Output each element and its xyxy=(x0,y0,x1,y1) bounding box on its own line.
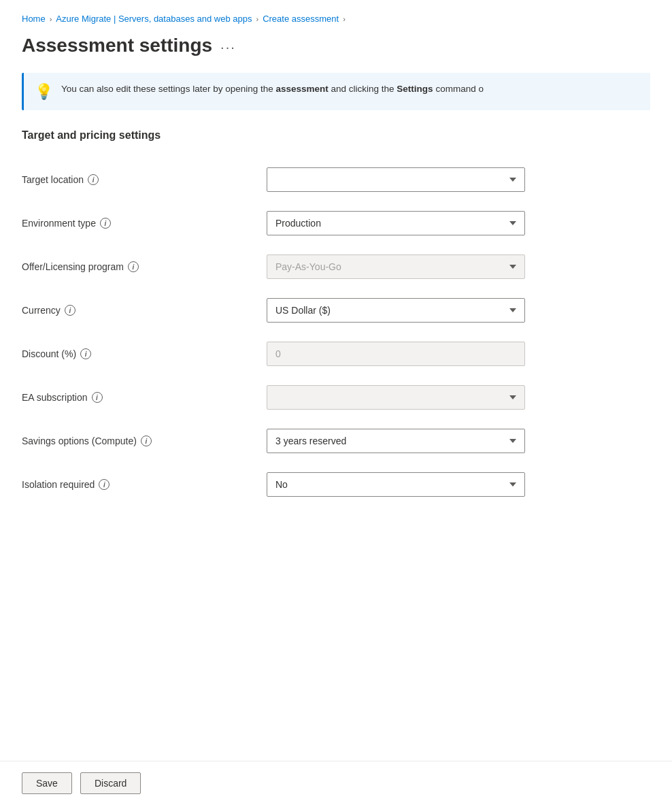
label-target-location: Target location i xyxy=(22,167,267,185)
info-icon-savings-options[interactable]: i xyxy=(141,436,152,446)
footer: Save Discard xyxy=(0,761,672,805)
dropdown-isolation-required[interactable]: No xyxy=(267,472,525,497)
dropdown-savings-options[interactable]: 3 years reserved xyxy=(267,429,525,453)
dropdown-currency-value: US Dollar ($) xyxy=(275,305,331,316)
info-icon-discount[interactable]: i xyxy=(80,348,91,359)
dropdown-environment-type[interactable]: Production xyxy=(267,211,525,235)
breadcrumb-sep-1: › xyxy=(50,15,52,23)
control-target-location xyxy=(267,167,525,192)
info-icon-isolation-required[interactable]: i xyxy=(99,479,110,490)
form-row-offer-licensing: Offer/Licensing program i Pay-As-You-Go xyxy=(22,245,650,289)
page-title: Assessment settings xyxy=(22,35,212,56)
page-title-row: Assessment settings ··· xyxy=(22,35,650,56)
chevron-down-icon xyxy=(509,265,516,269)
input-discount[interactable] xyxy=(267,342,525,366)
control-currency: US Dollar ($) xyxy=(267,298,525,323)
control-isolation-required: No xyxy=(267,472,525,497)
label-ea-subscription: EA subscription i xyxy=(22,385,267,403)
form-row-currency: Currency i US Dollar ($) xyxy=(22,289,650,332)
label-offer-licensing: Offer/Licensing program i xyxy=(22,254,267,272)
chevron-down-icon xyxy=(509,308,516,312)
label-savings-options: Savings options (Compute) i xyxy=(22,429,267,446)
control-environment-type: Production xyxy=(267,211,525,235)
more-options-button[interactable]: ··· xyxy=(220,39,236,55)
label-isolation-required: Isolation required i xyxy=(22,472,267,490)
discard-button[interactable]: Discard xyxy=(80,772,141,794)
page-wrapper: Home › Azure Migrate | Servers, database… xyxy=(0,0,672,805)
info-banner-text: You can also edit these settings later b… xyxy=(61,82,484,96)
dropdown-savings-options-value: 3 years reserved xyxy=(275,436,346,446)
chevron-down-icon xyxy=(509,482,516,487)
chevron-down-icon xyxy=(509,395,516,399)
control-ea-subscription xyxy=(267,385,525,410)
section-title: Target and pricing settings xyxy=(22,129,650,142)
form-row-savings-options: Savings options (Compute) i 3 years rese… xyxy=(22,419,650,463)
dropdown-offer-licensing: Pay-As-You-Go xyxy=(267,254,525,279)
label-environment-type: Environment type i xyxy=(22,211,267,229)
dropdown-offer-licensing-value: Pay-As-You-Go xyxy=(275,261,341,272)
dropdown-environment-type-value: Production xyxy=(275,218,321,229)
info-icon-target-location[interactable]: i xyxy=(88,174,99,185)
control-discount xyxy=(267,342,525,366)
chevron-down-icon xyxy=(509,221,516,225)
info-banner: 💡 You can also edit these settings later… xyxy=(22,73,650,110)
chevron-down-icon xyxy=(509,439,516,443)
breadcrumb-sep-3: › xyxy=(343,15,346,23)
dropdown-target-location[interactable] xyxy=(267,167,525,192)
dropdown-isolation-required-value: No xyxy=(275,479,288,490)
info-icon-offer-licensing[interactable]: i xyxy=(128,261,139,272)
form-row-environment-type: Environment type i Production xyxy=(22,201,650,245)
dropdown-ea-subscription xyxy=(267,385,525,410)
breadcrumb-home[interactable]: Home xyxy=(22,14,46,24)
main-content: Home › Azure Migrate | Servers, database… xyxy=(0,0,672,761)
label-discount: Discount (%) i xyxy=(22,342,267,359)
form-row-target-location: Target location i xyxy=(22,158,650,201)
lightbulb-icon: 💡 xyxy=(35,83,53,101)
save-button[interactable]: Save xyxy=(22,772,72,794)
form-row-isolation-required: Isolation required i No xyxy=(22,463,650,506)
control-savings-options: 3 years reserved xyxy=(267,429,525,453)
breadcrumb: Home › Azure Migrate | Servers, database… xyxy=(22,14,650,24)
form-row-ea-subscription: EA subscription i xyxy=(22,376,650,419)
info-icon-ea-subscription[interactable]: i xyxy=(92,392,103,403)
info-icon-currency[interactable]: i xyxy=(65,305,75,316)
breadcrumb-create-assessment[interactable]: Create assessment xyxy=(263,14,339,24)
breadcrumb-sep-2: › xyxy=(256,15,258,23)
form-grid: Target location i Environment type i xyxy=(22,158,650,506)
breadcrumb-azure-migrate[interactable]: Azure Migrate | Servers, databases and w… xyxy=(56,14,252,24)
dropdown-currency[interactable]: US Dollar ($) xyxy=(267,298,525,323)
label-currency: Currency i xyxy=(22,298,267,316)
chevron-down-icon xyxy=(509,178,516,182)
info-icon-environment-type[interactable]: i xyxy=(100,218,111,229)
form-row-discount: Discount (%) i xyxy=(22,332,650,376)
control-offer-licensing: Pay-As-You-Go xyxy=(267,254,525,279)
